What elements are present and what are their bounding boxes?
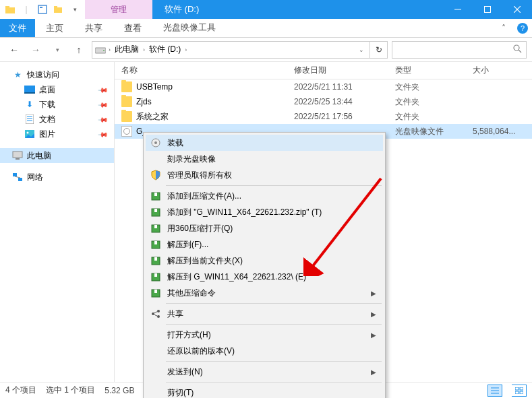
svg-rect-53 [515, 387, 519, 390]
back-button[interactable]: ← [5, 41, 23, 59]
breadcrumb[interactable]: › 此电脑 › 软件 (D:) › ⌄ [92, 41, 370, 59]
qat-dropdown-icon[interactable]: ▾ [67, 2, 82, 17]
tab-home[interactable]: 主页 [35, 19, 74, 37]
contextual-tab-label: 管理 [85, 0, 152, 19]
sidebar-desktop[interactable]: 桌面 📌 [0, 82, 114, 97]
svg-rect-55 [515, 391, 519, 394]
svg-line-13 [519, 50, 521, 53]
context-menu-item[interactable]: 解压到(F)... [146, 236, 383, 253]
svg-point-28 [154, 141, 157, 144]
archive-icon [150, 238, 162, 251]
refresh-button[interactable]: ↻ [370, 41, 388, 59]
context-menu-item[interactable]: 刻录光盘映像 [146, 151, 383, 167]
view-large-icons-button[interactable] [512, 385, 527, 397]
breadcrumb-this-pc[interactable]: 此电脑 [113, 44, 140, 55]
svg-line-26 [15, 176, 20, 178]
menu-item-label: 刻录光盘映像 [167, 154, 216, 165]
sidebar-network[interactable]: 网络 [0, 170, 114, 185]
tab-view[interactable]: 查看 [113, 19, 152, 37]
search-input[interactable] [392, 41, 527, 59]
context-menu-item[interactable]: 用360压缩打开(Q) [146, 220, 383, 236]
share-icon [150, 308, 162, 320]
sidebar-item-label: 图片 [39, 129, 55, 140]
status-item-count: 4 个项目 [5, 385, 36, 396]
chevron-right-icon: ▶ [371, 290, 376, 297]
svg-rect-38 [154, 257, 157, 261]
file-tab[interactable]: 文件 [0, 19, 35, 37]
context-menu-item[interactable]: 添加到 "G_WIN11_X64_22621.232.zip" (T) [146, 204, 383, 220]
view-details-button[interactable] [487, 385, 502, 397]
svg-rect-4 [54, 7, 62, 13]
column-size[interactable]: 大小 [466, 65, 532, 76]
menu-item-label: 添加到 "G_WIN11_X64_22621.232.zip" (T) [167, 207, 322, 218]
table-row[interactable]: 系统之家2022/5/21 17:56文件夹 [115, 109, 532, 124]
file-type: 文件夹 [388, 96, 466, 108]
recent-locations-dropdown[interactable]: ▾ [49, 41, 66, 59]
context-menu-item[interactable]: 发送到(N)▶ [146, 364, 383, 380]
context-menu-item[interactable]: 还原以前的版本(V) [146, 343, 383, 359]
qat-new-folder-icon[interactable] [51, 2, 66, 17]
network-icon [12, 172, 23, 183]
sidebar-item-label: 网络 [27, 172, 43, 183]
download-icon: ⬇ [24, 99, 35, 110]
context-menu-item[interactable]: 解压到 G_WIN11_X64_22621.232\ (E) [146, 269, 383, 285]
svg-rect-0 [5, 7, 15, 13]
context-menu: 装载刻录光盘映像管理员取得所有权添加到压缩文件(A)...添加到 "G_WIN1… [143, 132, 386, 398]
context-menu-item[interactable]: 解压到当前文件夹(X) [146, 253, 383, 269]
context-menu-item[interactable]: 添加到压缩文件(A)... [146, 188, 383, 204]
breadcrumb-drive[interactable]: 软件 (D:) [148, 44, 182, 55]
context-menu-item[interactable]: 打开方式(H)▶ [146, 327, 383, 343]
sidebar-downloads[interactable]: ⬇ 下载 📌 [0, 97, 114, 112]
svg-point-21 [27, 132, 29, 134]
context-menu-item[interactable]: 装载 [146, 135, 383, 151]
forward-button[interactable]: → [27, 41, 45, 59]
svg-rect-14 [24, 86, 35, 92]
address-dropdown-icon[interactable]: ⌄ [359, 46, 364, 53]
close-button[interactable] [502, 0, 532, 19]
minimize-button[interactable] [443, 0, 473, 19]
menu-separator [166, 324, 382, 325]
sidebar-pictures[interactable]: 图片 📌 [0, 127, 114, 141]
column-name[interactable]: 名称 [115, 65, 287, 76]
context-menu-item[interactable]: 管理员取得所有权 [146, 167, 383, 183]
ribbon-collapse-icon[interactable]: ˄ [494, 19, 513, 37]
context-menu-item[interactable]: 共享▶ [146, 306, 383, 322]
column-type[interactable]: 类型 [388, 65, 466, 76]
column-date[interactable]: 修改日期 [287, 65, 388, 76]
svg-rect-23 [16, 158, 20, 160]
context-menu-item[interactable]: 剪切(T) [146, 385, 383, 398]
folder-app-icon [3, 2, 18, 17]
svg-rect-1 [5, 6, 9, 8]
svg-rect-54 [520, 387, 523, 390]
svg-rect-34 [154, 225, 157, 228]
qat-sep-icon: | [19, 2, 34, 17]
svg-rect-56 [520, 391, 523, 394]
help-button[interactable]: ? [513, 19, 532, 37]
svg-point-44 [157, 310, 160, 312]
maximize-button[interactable] [473, 0, 502, 19]
computer-icon [12, 150, 23, 161]
chevron-right-icon[interactable]: › [143, 46, 145, 53]
context-menu-item[interactable]: 其他压缩命令▶ [146, 285, 383, 301]
sidebar-quick-access[interactable]: ★ 快速访问 [0, 67, 114, 82]
table-row[interactable]: USBTemp2022/5/21 11:31文件夹 [115, 79, 532, 94]
menu-item-label: 还原以前的版本(V) [167, 345, 235, 357]
tab-share[interactable]: 共享 [74, 19, 113, 37]
table-row[interactable]: Zjds2022/5/25 13:44文件夹 [115, 94, 532, 109]
pin-icon: 📌 [98, 129, 109, 139]
address-bar-row: ← → ▾ ↑ › 此电脑 › 软件 (D:) › ⌄ ↻ [0, 38, 532, 62]
tab-disc-image-tools[interactable]: 光盘映像工具 [152, 19, 227, 37]
menu-item-label: 共享 [167, 308, 183, 320]
chevron-right-icon[interactable]: › [109, 46, 111, 53]
folder-icon [121, 111, 132, 122]
up-button[interactable]: ↑ [70, 41, 88, 59]
chevron-right-icon[interactable]: › [185, 46, 187, 53]
svg-rect-40 [154, 273, 157, 277]
file-date: 2022/5/21 17:56 [287, 112, 388, 121]
sidebar-this-pc[interactable]: 此电脑 [0, 148, 114, 163]
properties-icon[interactable] [35, 2, 50, 17]
sidebar-item-label: 文档 [39, 114, 55, 125]
sidebar-documents[interactable]: 文档 📌 [0, 112, 114, 127]
menu-item-label: 添加到压缩文件(A)... [167, 191, 241, 202]
shield-icon [150, 169, 162, 181]
